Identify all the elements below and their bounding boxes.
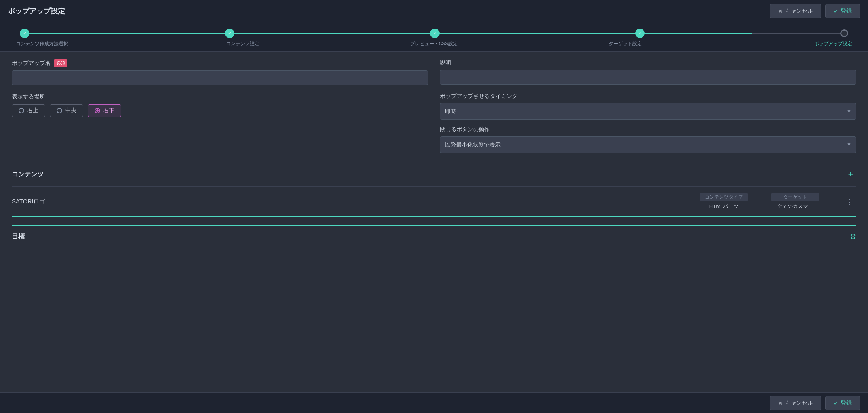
target-label: ターゲット xyxy=(771,193,819,201)
step-node-3: ✓ xyxy=(430,29,440,38)
contents-title: コンテンツ xyxy=(12,170,44,179)
content-item-meta: コンテンツタイプ HTMLパーツ ターゲット 全てのカスマー ⋮ xyxy=(700,193,856,210)
header-actions: ✕ キャンセル ✓ 登録 xyxy=(770,4,860,18)
step-label-4: ターゲット設定 xyxy=(590,40,661,47)
content-item-menu-button[interactable]: ⋮ xyxy=(843,196,856,208)
radio-dot-top-right xyxy=(19,108,24,113)
target-col: ターゲット 全てのカスマー xyxy=(771,193,819,210)
progress-section: ✓ ✓ ✓ ✓ コンテンツ作成方法選択 コンテンツ設定 プレビュー・CSS設定 … xyxy=(0,22,868,52)
step-check-4: ✓ xyxy=(638,31,641,36)
contents-section: コンテンツ + SATORIロゴ コンテンツタイプ HTMLパーツ ターゲット … xyxy=(12,163,856,217)
popup-name-group: ポップアップ名 必須 xyxy=(12,59,428,85)
radio-option-center[interactable]: 中央 xyxy=(50,104,83,117)
cancel-label-top: キャンセル xyxy=(785,8,813,15)
display-location-group: 表示する場所 右上 中央 右下 xyxy=(12,93,428,117)
register-label-top: 登録 xyxy=(841,8,852,15)
step-node-4: ✓ xyxy=(635,29,645,38)
content-type-col: コンテンツタイプ HTMLパーツ xyxy=(700,193,748,210)
step-label-1: コンテンツ作成方法選択 xyxy=(16,40,87,47)
content-item-satori-logo: SATORIロゴ コンテンツタイプ HTMLパーツ ターゲット 全てのカスマー … xyxy=(12,186,856,216)
close-action-select[interactable]: 以降最小化状態で表示 完全に閉じる xyxy=(440,136,856,153)
description-group: 説明 xyxy=(440,59,856,85)
cancel-x-icon: ✕ xyxy=(778,8,783,14)
radio-dot-bottom-right xyxy=(95,108,100,113)
cancel-button-top[interactable]: ✕ キャンセル xyxy=(770,4,821,18)
timing-select-wrapper: 即時 スクロール 時間指定 ▼ xyxy=(440,103,856,120)
popup-name-input[interactable] xyxy=(12,70,428,85)
header: ポップアップ設定 ✕ キャンセル ✓ 登録 xyxy=(0,0,868,22)
step-check-1: ✓ xyxy=(23,31,26,36)
plus-icon: + xyxy=(848,169,853,180)
register-check-icon-top: ✓ xyxy=(834,8,838,14)
step-label-2: コンテンツ設定 xyxy=(207,40,278,47)
main-content: ポップアップ名 必須 表示する場所 右上 中央 xyxy=(0,52,868,255)
close-action-select-wrapper: 以降最小化状態で表示 完全に閉じる ▼ xyxy=(440,136,856,153)
register-check-icon-footer: ✓ xyxy=(834,400,838,406)
mokuhyo-section: 目標 ⚙ xyxy=(12,225,856,247)
radio-label-center: 中央 xyxy=(65,107,76,114)
content-type-label: コンテンツタイプ xyxy=(700,193,748,201)
step-node-5 xyxy=(840,29,848,37)
mokuhyo-title: 目標 xyxy=(12,233,25,241)
contents-add-button[interactable]: + xyxy=(845,169,856,180)
cancel-x-icon-footer: ✕ xyxy=(778,400,783,406)
timing-select[interactable]: 即時 スクロール 時間指定 xyxy=(440,103,856,120)
three-dots-icon: ⋮ xyxy=(846,198,853,206)
steps-row: ✓ ✓ ✓ ✓ xyxy=(16,29,852,38)
mokuhyo-header: 目標 ⚙ xyxy=(12,225,856,247)
top-form-layout: ポップアップ名 必須 表示する場所 右上 中央 xyxy=(12,59,856,153)
content-item-name: SATORIロゴ xyxy=(12,198,700,205)
radio-label-top-right: 右上 xyxy=(27,107,38,114)
timing-label: ポップアップさせるタイミング xyxy=(440,93,856,100)
register-button-footer[interactable]: ✓ 登録 xyxy=(825,396,860,410)
step-label-5: ポップアップ設定 xyxy=(781,40,852,47)
description-label: 説明 xyxy=(440,59,856,67)
radio-option-top-right[interactable]: 右上 xyxy=(12,104,45,117)
contents-header: コンテンツ + xyxy=(12,163,856,186)
cancel-button-footer[interactable]: ✕ キャンセル xyxy=(770,396,821,410)
gear-icon: ⚙ xyxy=(850,233,856,241)
step-check-2: ✓ xyxy=(228,31,231,36)
page-title: ポップアップ設定 xyxy=(8,6,65,16)
close-action-group: 閉じるボタンの動作 以降最小化状態で表示 完全に閉じる ▼ xyxy=(440,126,856,153)
footer: ✕ キャンセル ✓ 登録 xyxy=(0,392,868,413)
display-location-label: 表示する場所 xyxy=(12,93,428,100)
step-node-2: ✓ xyxy=(225,29,234,38)
mokuhyo-settings-button[interactable]: ⚙ xyxy=(850,232,856,241)
step-label-3: プレビュー・CSS設定 xyxy=(398,40,470,47)
radio-group: 右上 中央 右下 xyxy=(12,104,428,117)
register-label-footer: 登録 xyxy=(841,400,852,407)
right-form-col: 説明 ポップアップさせるタイミング 即時 スクロール 時間指定 ▼ 閉じるボタン… xyxy=(440,59,856,153)
close-action-label: 閉じるボタンの動作 xyxy=(440,126,856,133)
radio-dot-center xyxy=(57,108,62,113)
left-form-col: ポップアップ名 必須 表示する場所 右上 中央 xyxy=(12,59,428,153)
target-value: 全てのカスマー xyxy=(771,203,819,210)
content-type-value: HTMLパーツ xyxy=(700,203,748,210)
radio-option-bottom-right[interactable]: 右下 xyxy=(88,104,121,117)
description-input[interactable] xyxy=(440,70,856,85)
steps-wrapper: ✓ ✓ ✓ ✓ コンテンツ作成方法選択 コンテンツ設定 プレビュー・CSS設定 … xyxy=(16,29,852,51)
timing-group: ポップアップさせるタイミング 即時 スクロール 時間指定 ▼ xyxy=(440,93,856,120)
required-badge: 必須 xyxy=(54,59,67,67)
step-check-3: ✓ xyxy=(433,31,436,36)
labels-row: コンテンツ作成方法選択 コンテンツ設定 プレビュー・CSS設定 ターゲット設定 … xyxy=(16,38,852,51)
popup-name-label: ポップアップ名 必須 xyxy=(12,59,428,67)
step-node-1: ✓ xyxy=(20,29,29,38)
radio-label-bottom-right: 右下 xyxy=(103,107,114,114)
register-button-top[interactable]: ✓ 登録 xyxy=(825,4,860,18)
cancel-label-footer: キャンセル xyxy=(785,400,813,407)
